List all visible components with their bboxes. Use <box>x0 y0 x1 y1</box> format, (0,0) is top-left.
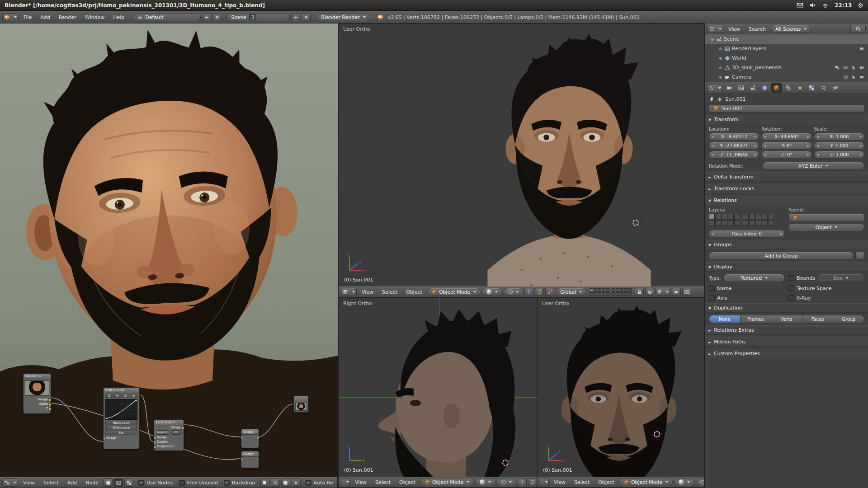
file-menu[interactable]: File <box>20 14 35 21</box>
rgb-curves-node[interactable]: RGB Curves C R G B Black Level White Lev… <box>103 387 140 449</box>
fac-slider[interactable]: Fac <box>105 431 137 435</box>
mode-dropdown[interactable]: Object Mode <box>427 288 481 296</box>
clock[interactable]: 22:13 <box>835 2 852 9</box>
outliner-row-world[interactable]: ⊕ World <box>705 53 868 63</box>
duplication-frames-button[interactable]: Frames <box>741 315 772 323</box>
viewport-shading-dropdown[interactable] <box>482 288 502 296</box>
editor-type-button[interactable] <box>2 479 18 487</box>
tab-physics[interactable] <box>830 83 840 93</box>
tab-constraints[interactable] <box>783 83 793 93</box>
render-still-button[interactable] <box>672 288 681 296</box>
relations-layers-grid[interactable] <box>709 214 785 226</box>
outliner-row-skull[interactable]: ⊕ 3D_skull_pekinensis <box>705 63 868 72</box>
delta-transform-panel-header[interactable]: Delta Transform <box>705 172 868 182</box>
transform-locks-panel-header[interactable]: Transform Locks <box>705 184 868 193</box>
display-type-dropdown[interactable]: Textured <box>723 274 785 282</box>
backdrop-alpha-button[interactable] <box>281 479 290 487</box>
object-menu[interactable]: Object <box>402 288 426 296</box>
location-x-field[interactable]: X: -9.40112 <box>709 133 759 141</box>
tab-render-layers[interactable] <box>736 83 746 93</box>
editor-type-button[interactable] <box>341 288 357 296</box>
rotation-z-field[interactable]: Z: 0° <box>761 151 811 159</box>
view-menu[interactable]: View <box>725 25 744 33</box>
outliner-row-renderlayers[interactable]: ⊕ RenderLayers <box>705 44 868 53</box>
duplication-none-button[interactable]: None <box>709 315 741 323</box>
transform-panel-header[interactable]: Transform <box>705 115 868 124</box>
pivot-dropdown[interactable] <box>497 478 516 486</box>
view-menu[interactable]: View <box>358 288 377 296</box>
add-menu[interactable]: Add <box>37 14 53 21</box>
tab-scene[interactable] <box>747 83 758 93</box>
render-engine-selector[interactable]: Blender Render <box>316 13 370 21</box>
render-toggle-icon[interactable] <box>859 46 864 51</box>
curve-widget[interactable] <box>105 399 137 420</box>
mode-dropdown[interactable]: Object Mode <box>420 478 474 486</box>
mail-indicator-icon[interactable] <box>797 2 803 9</box>
visibility-eye-icon[interactable] <box>843 75 848 80</box>
rotation-x-field[interactable]: X: 44.694° <box>761 133 811 141</box>
backdrop-rgba-button[interactable] <box>271 479 280 487</box>
parent-field[interactable] <box>788 214 864 222</box>
tab-render[interactable] <box>724 83 735 93</box>
texture-space-toggle[interactable]: Texture Space <box>788 286 864 291</box>
scale-z-field[interactable]: Z: 1.000 <box>814 151 864 159</box>
manipulator-rotate-button[interactable] <box>535 288 544 296</box>
renderability-icon[interactable] <box>859 65 864 70</box>
lens-distortion-node[interactable]: Lens Distort Image Projector Fit Image D… <box>154 419 184 451</box>
view-menu[interactable]: View <box>351 479 370 486</box>
select-menu[interactable]: Select <box>372 479 394 486</box>
search-menu[interactable]: Search <box>745 25 769 33</box>
location-y-field[interactable]: Y: -27.88371 <box>709 142 759 150</box>
viewport-canvas[interactable]: User Ortho xzy (0) Sun.001 <box>339 24 704 286</box>
add-menu[interactable]: Add <box>64 479 80 487</box>
display-filter-dropdown[interactable]: All Scenes <box>771 25 811 33</box>
scene-selector[interactable]: Scene 3 <box>226 13 290 21</box>
xray-toggle[interactable]: X-Ray <box>788 295 864 301</box>
input-image[interactable]: Image <box>154 435 184 440</box>
white-level-button[interactable]: White Level <box>105 426 137 430</box>
network-indicator-icon[interactable] <box>822 2 829 9</box>
backdrop-z-button[interactable] <box>292 479 301 487</box>
pin-icon[interactable] <box>709 97 714 102</box>
channel-r-button[interactable]: R <box>113 394 121 398</box>
texture-tree-button[interactable] <box>124 479 133 487</box>
expand-icon[interactable]: ⊖ <box>710 37 715 42</box>
viewport-shading-dropdown[interactable] <box>475 478 495 486</box>
expand-icon[interactable]: ⊕ <box>718 75 723 80</box>
manipulator-rotate-button[interactable] <box>528 478 537 486</box>
output-image[interactable]: Image <box>154 425 184 430</box>
parent-type-dropdown[interactable]: Object <box>788 223 864 231</box>
scale-x-field[interactable]: X: 1.000 <box>814 133 864 141</box>
channel-c-button[interactable]: C <box>105 394 113 398</box>
help-menu[interactable]: Help <box>109 14 128 21</box>
render-layers-node[interactable]: Render La Image Alpha Z <box>23 373 51 414</box>
duplication-group-button[interactable]: Group <box>833 315 864 323</box>
duplication-panel-header[interactable]: Duplication <box>705 303 868 313</box>
viewport-canvas[interactable]: User Ortho xzy (0) Sun.001 <box>538 298 704 477</box>
select-menu[interactable]: Select <box>571 479 593 486</box>
socket-image[interactable]: Image <box>24 397 51 402</box>
layers-grid[interactable] <box>590 288 632 296</box>
object-menu[interactable]: Object <box>594 479 618 486</box>
duplication-verts-button[interactable]: Verts <box>771 315 802 323</box>
snap-mode-dropdown[interactable] <box>656 288 670 296</box>
collapsed-node[interactable] <box>293 395 309 413</box>
projector-toggle[interactable]: Projector <box>156 430 170 435</box>
editor-type-button[interactable] <box>540 478 549 486</box>
scene-delete-button[interactable]: ✕ <box>302 13 311 21</box>
node-menu[interactable]: Node <box>82 479 102 487</box>
use-nodes-toggle[interactable]: Use Nodes <box>138 480 173 486</box>
outliner-row-camera[interactable]: ⊕ Camera <box>705 72 868 82</box>
location-z-field[interactable]: Z: 11.39644 <box>709 151 759 159</box>
socket-alpha[interactable]: Alpha <box>24 402 51 406</box>
pivot-dropdown[interactable] <box>696 478 704 486</box>
tab-world[interactable] <box>759 83 770 93</box>
black-level-button[interactable]: Black Level <box>105 421 137 425</box>
custom-properties-panel-header[interactable]: Custom Properties <box>705 349 868 358</box>
scene-add-button[interactable]: + <box>291 13 300 21</box>
snap-magnet-button[interactable] <box>645 288 654 296</box>
socket-z[interactable]: Z <box>24 406 51 411</box>
view-menu[interactable]: View <box>550 479 569 486</box>
lock-to-scene-button[interactable] <box>635 288 644 296</box>
editor-type-button[interactable] <box>341 478 350 486</box>
